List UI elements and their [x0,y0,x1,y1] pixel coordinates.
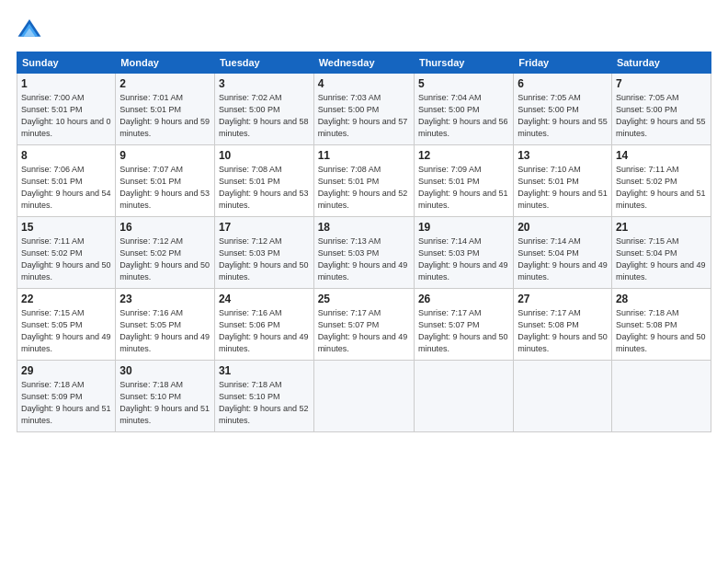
day-info: Sunrise: 7:18 AMSunset: 5:10 PMDaylight:… [219,380,309,425]
calendar-cell [514,361,612,432]
day-number: 5 [418,77,509,90]
day-number: 1 [21,77,111,90]
day-info: Sunrise: 7:06 AMSunset: 5:01 PMDaylight:… [21,165,111,210]
day-number: 25 [318,293,410,305]
day-info: Sunrise: 7:08 AMSunset: 5:01 PMDaylight:… [219,165,309,210]
calendar-table: SundayMondayTuesdayWednesdayThursdayFrid… [17,52,711,432]
day-number: 16 [119,221,210,234]
day-number: 27 [518,293,608,305]
day-info: Sunrise: 7:18 AMSunset: 5:08 PMDaylight:… [616,308,706,353]
calendar-cell: 12 Sunrise: 7:09 AMSunset: 5:01 PMDaylig… [414,145,513,217]
calendar-cell [414,361,513,432]
calendar-cell: 22 Sunrise: 7:15 AMSunset: 5:05 PMDaylig… [17,289,116,361]
calendar-header-tuesday: Tuesday [214,52,313,74]
day-number: 21 [616,221,707,234]
day-number: 8 [21,149,111,162]
day-info: Sunrise: 7:18 AMSunset: 5:09 PMDaylight:… [21,380,111,425]
calendar-cell: 11 Sunrise: 7:08 AMSunset: 5:01 PMDaylig… [313,145,414,217]
day-info: Sunrise: 7:13 AMSunset: 5:03 PMDaylight:… [318,236,408,282]
calendar-header-friday: Friday [514,52,612,74]
calendar-cell: 29 Sunrise: 7:18 AMSunset: 5:09 PMDaylig… [17,361,116,432]
calendar-cell: 27 Sunrise: 7:17 AMSunset: 5:08 PMDaylig… [514,289,612,361]
calendar-cell: 18 Sunrise: 7:13 AMSunset: 5:03 PMDaylig… [313,217,414,289]
calendar-cell: 15 Sunrise: 7:11 AMSunset: 5:02 PMDaylig… [17,217,116,289]
calendar-cell: 23 Sunrise: 7:16 AMSunset: 5:05 PMDaylig… [116,289,215,361]
calendar-cell: 17 Sunrise: 7:12 AMSunset: 5:03 PMDaylig… [214,217,313,289]
calendar-cell [313,361,414,432]
calendar-cell: 6 Sunrise: 7:05 AMSunset: 5:00 PMDayligh… [514,74,612,145]
calendar-cell: 3 Sunrise: 7:02 AMSunset: 5:00 PMDayligh… [214,74,313,145]
day-number: 14 [616,149,707,162]
calendar-cell: 25 Sunrise: 7:17 AMSunset: 5:07 PMDaylig… [313,289,414,361]
calendar-cell: 10 Sunrise: 7:08 AMSunset: 5:01 PMDaylig… [214,145,313,217]
day-info: Sunrise: 7:14 AMSunset: 5:03 PMDaylight:… [418,236,508,282]
day-info: Sunrise: 7:12 AMSunset: 5:02 PMDaylight:… [119,236,210,282]
day-number: 30 [119,364,210,377]
calendar-header-thursday: Thursday [414,52,513,74]
day-number: 10 [219,149,310,162]
day-info: Sunrise: 7:09 AMSunset: 5:01 PMDaylight:… [418,165,508,210]
day-number: 2 [119,77,210,90]
logo-icon [17,17,42,42]
day-number: 6 [518,77,608,90]
day-info: Sunrise: 7:08 AMSunset: 5:01 PMDaylight:… [318,165,408,210]
day-number: 28 [616,293,707,305]
calendar-header-monday: Monday [116,52,215,74]
day-info: Sunrise: 7:07 AMSunset: 5:01 PMDaylight:… [119,165,210,210]
day-number: 11 [318,149,410,162]
day-number: 24 [219,293,310,305]
day-info: Sunrise: 7:12 AMSunset: 5:03 PMDaylight:… [219,236,309,282]
calendar-cell: 4 Sunrise: 7:03 AMSunset: 5:00 PMDayligh… [313,74,414,145]
day-number: 9 [119,149,210,162]
calendar-cell: 5 Sunrise: 7:04 AMSunset: 5:00 PMDayligh… [414,74,513,145]
day-number: 15 [21,221,111,234]
day-info: Sunrise: 7:15 AMSunset: 5:05 PMDaylight:… [21,308,111,353]
day-number: 22 [21,293,111,305]
day-number: 19 [418,221,509,234]
day-number: 23 [119,293,210,305]
day-number: 26 [418,293,509,305]
calendar-week-row: 8 Sunrise: 7:06 AMSunset: 5:01 PMDayligh… [17,145,711,217]
day-info: Sunrise: 7:01 AMSunset: 5:01 PMDaylight:… [119,93,210,138]
calendar-cell: 2 Sunrise: 7:01 AMSunset: 5:01 PMDayligh… [116,74,215,145]
calendar-cell: 26 Sunrise: 7:17 AMSunset: 5:07 PMDaylig… [414,289,513,361]
calendar-cell: 28 Sunrise: 7:18 AMSunset: 5:08 PMDaylig… [611,289,711,361]
day-info: Sunrise: 7:11 AMSunset: 5:02 PMDaylight:… [21,236,111,282]
day-info: Sunrise: 7:17 AMSunset: 5:08 PMDaylight:… [518,308,608,353]
calendar-cell: 13 Sunrise: 7:10 AMSunset: 5:01 PMDaylig… [514,145,612,217]
day-number: 3 [219,77,310,90]
calendar-cell: 24 Sunrise: 7:16 AMSunset: 5:06 PMDaylig… [214,289,313,361]
calendar-header-saturday: Saturday [611,52,711,74]
day-number: 4 [318,77,410,90]
calendar-cell: 1 Sunrise: 7:00 AMSunset: 5:01 PMDayligh… [17,74,116,145]
day-number: 31 [219,364,310,377]
calendar-week-row: 15 Sunrise: 7:11 AMSunset: 5:02 PMDaylig… [17,217,711,289]
day-info: Sunrise: 7:16 AMSunset: 5:06 PMDaylight:… [219,308,309,353]
calendar-header-row: SundayMondayTuesdayWednesdayThursdayFrid… [17,52,711,74]
day-info: Sunrise: 7:05 AMSunset: 5:00 PMDaylight:… [518,93,608,138]
calendar-header-sunday: Sunday [17,52,116,74]
day-info: Sunrise: 7:10 AMSunset: 5:01 PMDaylight:… [518,165,608,210]
day-number: 17 [219,221,310,234]
day-info: Sunrise: 7:05 AMSunset: 5:00 PMDaylight:… [616,93,706,138]
day-number: 18 [318,221,410,234]
calendar-cell: 30 Sunrise: 7:18 AMSunset: 5:10 PMDaylig… [116,361,215,432]
calendar-cell: 21 Sunrise: 7:15 AMSunset: 5:04 PMDaylig… [611,217,711,289]
calendar-week-row: 22 Sunrise: 7:15 AMSunset: 5:05 PMDaylig… [17,289,711,361]
day-number: 12 [418,149,509,162]
calendar-cell: 7 Sunrise: 7:05 AMSunset: 5:00 PMDayligh… [611,74,711,145]
day-info: Sunrise: 7:11 AMSunset: 5:02 PMDaylight:… [616,165,706,210]
calendar-cell: 16 Sunrise: 7:12 AMSunset: 5:02 PMDaylig… [116,217,215,289]
logo [17,17,44,42]
day-info: Sunrise: 7:03 AMSunset: 5:00 PMDaylight:… [318,93,408,138]
calendar-cell: 9 Sunrise: 7:07 AMSunset: 5:01 PMDayligh… [116,145,215,217]
calendar-week-row: 29 Sunrise: 7:18 AMSunset: 5:09 PMDaylig… [17,361,711,432]
day-number: 20 [518,221,608,234]
day-info: Sunrise: 7:14 AMSunset: 5:04 PMDaylight:… [518,236,608,282]
calendar-cell: 19 Sunrise: 7:14 AMSunset: 5:03 PMDaylig… [414,217,513,289]
day-info: Sunrise: 7:17 AMSunset: 5:07 PMDaylight:… [418,308,508,353]
calendar-header-wednesday: Wednesday [313,52,414,74]
calendar-week-row: 1 Sunrise: 7:00 AMSunset: 5:01 PMDayligh… [17,74,711,145]
calendar-cell: 31 Sunrise: 7:18 AMSunset: 5:10 PMDaylig… [214,361,313,432]
day-info: Sunrise: 7:02 AMSunset: 5:00 PMDaylight:… [219,93,309,138]
